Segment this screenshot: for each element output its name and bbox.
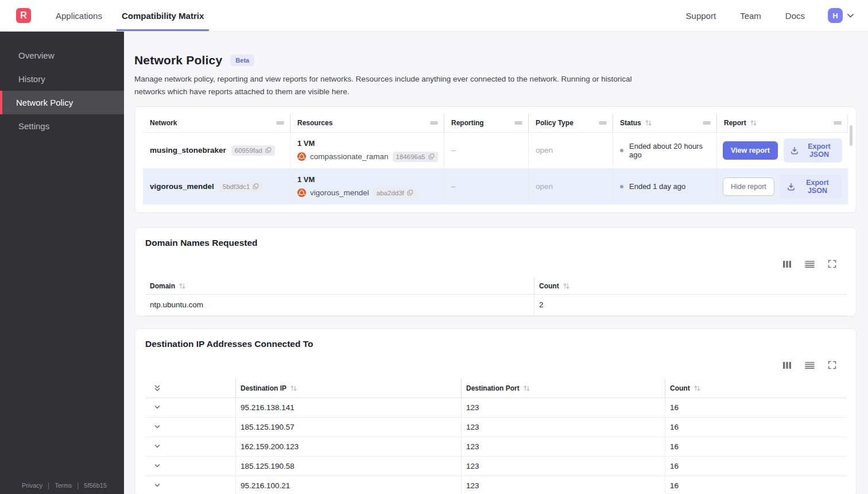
columns-toggle-icon[interactable]	[782, 260, 792, 268]
resource-name: compassionate_raman	[310, 152, 389, 161]
support-link[interactable]: Support	[686, 11, 716, 21]
tab-compatibility-matrix[interactable]: Compatibility Matrix	[117, 0, 209, 31]
sort-arrows-icon[interactable]	[524, 385, 530, 392]
domains-table: Domain Count ntp.ubuntu.com 2	[145, 278, 847, 316]
expand-all-header	[145, 379, 236, 397]
export-json-button[interactable]: Export JSON	[784, 138, 842, 163]
destination-count-value: 16	[665, 457, 847, 476]
download-icon	[790, 146, 799, 155]
main-content: Network Policy Beta Manage network polic…	[124, 32, 868, 494]
double-chevron-down-icon[interactable]	[153, 384, 161, 392]
docs-link[interactable]: Docs	[785, 11, 805, 21]
columns-toggle-icon[interactable]	[782, 361, 792, 369]
sort-arrows-icon[interactable]	[645, 119, 652, 126]
column-header-network[interactable]: Network	[143, 114, 290, 132]
privacy-link[interactable]: Privacy	[22, 482, 42, 489]
networks-table-header: Network Resources Reporting Policy Type	[143, 114, 848, 132]
sort-arrows-icon[interactable]	[290, 385, 297, 392]
network-row[interactable]: musing_stonebraker 60959fad 1 VM	[143, 132, 848, 168]
destination-port-value: 123	[462, 418, 665, 437]
column-header-resources[interactable]: Resources	[290, 114, 444, 132]
table-scrollbar[interactable]	[850, 125, 852, 146]
export-json-button[interactable]: Export JSON	[780, 175, 842, 199]
domain-names-card: Domain Names Requested Domain	[134, 227, 857, 317]
resource-id: 184696a5	[396, 153, 425, 160]
destination-count-value: 16	[665, 398, 847, 417]
network-id-pill: 60959fad	[231, 145, 275, 156]
sort-arrows-icon[interactable]	[563, 283, 569, 290]
destination-ip-value: 95.216.138.141	[236, 398, 462, 417]
destination-row[interactable]: 95.216.100.21 123 16	[145, 476, 847, 494]
chevron-down-icon[interactable]	[153, 481, 161, 489]
chevron-down-icon[interactable]	[153, 403, 161, 411]
destination-row[interactable]: 185.125.190.57 123 16	[145, 418, 847, 437]
fullscreen-icon[interactable]	[828, 260, 836, 268]
chevron-down-icon[interactable]	[153, 423, 161, 431]
destination-row[interactable]: 185.125.190.58 123 16	[145, 457, 847, 476]
column-header-policy-type[interactable]: Policy Type	[529, 114, 613, 132]
sidebar-item-settings[interactable]: Settings	[0, 114, 124, 138]
sidebar-item-network-policy[interactable]: Network Policy	[0, 91, 124, 114]
report-toggle-button[interactable]: Hide report	[723, 177, 774, 196]
network-name: musing_stonebraker	[150, 146, 226, 155]
domain-count-value: 2	[534, 295, 847, 315]
sidebar-item-overview[interactable]: Overview	[0, 44, 124, 67]
column-header-destination-port[interactable]: Destination Port	[462, 379, 665, 397]
sort-arrows-icon[interactable]	[694, 385, 700, 392]
column-header-report[interactable]: Report	[717, 114, 848, 132]
ubuntu-logo-icon	[297, 152, 306, 161]
chevron-down-icon[interactable]	[847, 13, 854, 18]
row-density-icon[interactable]	[805, 260, 815, 268]
sort-arrows-icon[interactable]	[750, 119, 757, 126]
domain-card-toolbar	[145, 260, 847, 269]
top-right-links: Support Team Docs H	[662, 0, 868, 31]
chevron-down-icon[interactable]	[153, 462, 161, 470]
column-header-count[interactable]: Count	[665, 379, 847, 397]
destination-card-title: Destination IP Addresses Connected To	[145, 339, 847, 349]
status-dot-icon	[620, 185, 623, 188]
status-text: Ended 1 day ago	[629, 182, 685, 191]
sidebar-item-history[interactable]: History	[0, 67, 124, 91]
drag-handle-icon[interactable]	[703, 121, 711, 125]
export-json-label: Export JSON	[803, 142, 835, 159]
export-json-label: Export JSON	[800, 179, 835, 195]
tab-applications[interactable]: Applications	[51, 0, 107, 31]
column-header-domain[interactable]: Domain	[145, 278, 534, 294]
copy-icon[interactable]	[407, 190, 413, 196]
destination-row[interactable]: 162.159.200.123 123 16	[145, 437, 847, 457]
network-id-pill: 5bdf3dc1	[219, 182, 262, 192]
column-header-destination-ip[interactable]: Destination IP	[236, 379, 462, 397]
fullscreen-icon[interactable]	[828, 361, 836, 369]
destination-port-value: 123	[462, 476, 665, 494]
vm-count: 1 VM	[297, 175, 315, 184]
row-density-icon[interactable]	[805, 361, 815, 369]
top-navigation-bar: R Applications Compatibility Matrix Supp…	[0, 0, 868, 32]
copy-icon[interactable]	[253, 183, 259, 190]
drag-handle-icon[interactable]	[599, 121, 607, 125]
destination-count-value: 16	[665, 418, 847, 437]
copy-icon[interactable]	[265, 147, 272, 153]
app-logo[interactable]: R	[16, 8, 31, 23]
terms-link[interactable]: Terms	[55, 482, 72, 489]
network-row[interactable]: vigorous_mendel 5bdf3dc1 1 VM vig	[143, 168, 848, 204]
destination-row[interactable]: 95.216.138.141 123 16	[145, 398, 847, 418]
destination-card-toolbar	[145, 361, 847, 370]
sort-arrows-icon[interactable]	[179, 283, 185, 290]
vm-count: 1 VM	[297, 139, 315, 148]
report-toggle-button[interactable]: View report	[723, 141, 778, 160]
avatar[interactable]: H	[828, 8, 843, 23]
column-header-reporting[interactable]: Reporting	[444, 114, 529, 132]
reporting-value: –	[444, 133, 529, 168]
drag-handle-icon[interactable]	[430, 121, 438, 125]
resource-id: aba2dd3f	[377, 190, 404, 196]
domain-row[interactable]: ntp.ubuntu.com 2	[145, 295, 847, 316]
drag-handle-icon[interactable]	[276, 121, 284, 125]
team-link[interactable]: Team	[740, 11, 761, 21]
chevron-down-icon[interactable]	[153, 442, 161, 450]
column-header-count[interactable]: Count	[534, 278, 847, 294]
column-header-status[interactable]: Status	[613, 114, 717, 132]
copy-icon[interactable]	[428, 153, 435, 160]
drag-handle-icon[interactable]	[834, 121, 842, 125]
drag-handle-icon[interactable]	[514, 121, 522, 125]
domains-table-header: Domain Count	[145, 278, 847, 295]
